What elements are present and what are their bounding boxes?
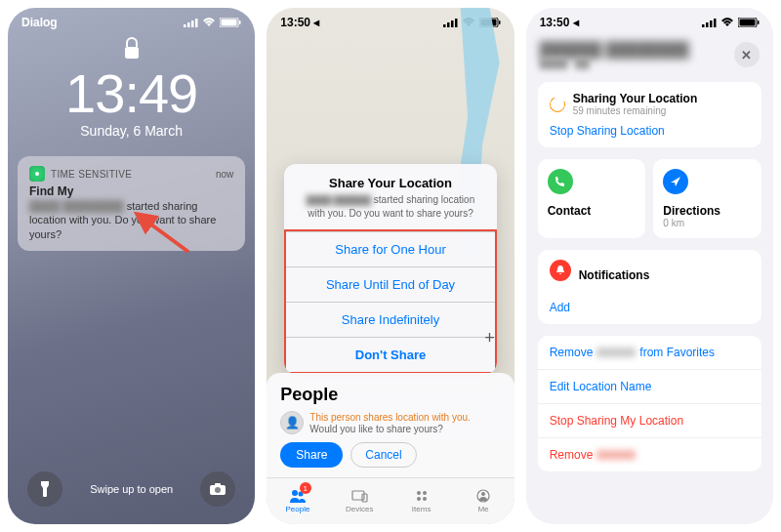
svg-rect-30 — [702, 24, 705, 27]
dont-share-button[interactable]: Don't Share — [286, 337, 494, 372]
findmy-share-dialog-screen: 13:50 ◂ Share Your Location ████ ██████ … — [267, 8, 514, 524]
svg-point-24 — [417, 491, 421, 495]
findmy-app-icon — [29, 166, 45, 182]
signal-icon — [702, 18, 717, 27]
signal-icon — [184, 18, 198, 27]
svg-rect-3 — [195, 19, 198, 27]
sharing-status-card: Sharing Your Location 59 minutes remaini… — [538, 82, 761, 147]
lock-time: 13:49 — [8, 66, 255, 121]
people-badge: 1 — [300, 482, 311, 494]
lockscreen: Dialog 13:49 Sunday, 6 March TIME SENSIT… — [8, 8, 255, 524]
svg-rect-36 — [758, 20, 760, 24]
sheet-line1: This person shares location with you. — [309, 411, 471, 424]
lock-date: Sunday, 6 March — [8, 123, 255, 139]
time-sensitive-label: TIME SENSITIVE — [51, 169, 132, 180]
directions-card[interactable]: Directions 0 km — [653, 159, 761, 238]
svg-rect-15 — [451, 20, 454, 27]
actions-list: Remove from Favorites Edit Location Name… — [538, 336, 761, 471]
bell-icon — [550, 260, 571, 281]
svg-rect-12 — [215, 483, 221, 486]
battery-icon — [738, 18, 760, 27]
notif-app-name: Find My — [29, 184, 233, 198]
svg-rect-33 — [714, 19, 717, 27]
dialog-options-highlight: Share for One Hour Share Until End of Da… — [284, 229, 496, 374]
sharing-remaining: 59 minutes remaining — [573, 105, 698, 116]
me-icon — [476, 489, 490, 503]
wifi-icon — [202, 18, 216, 27]
directions-label: Directions — [663, 204, 752, 218]
svg-rect-19 — [499, 20, 501, 24]
svg-rect-31 — [706, 22, 709, 27]
svg-rect-6 — [239, 20, 241, 24]
edit-location-name-link[interactable]: Edit Location Name — [538, 370, 761, 404]
sheet-line2: Would you like to share yours? — [309, 424, 471, 434]
share-button[interactable]: Share — [280, 442, 343, 468]
svg-point-25 — [423, 491, 427, 495]
status-indicators — [184, 18, 241, 27]
tab-bar: 1 People Devices Items Me — [267, 477, 514, 524]
remove-person-link[interactable]: Remove — [538, 438, 761, 471]
svg-point-26 — [417, 497, 421, 501]
time-label: 13:50 ◂ — [540, 16, 579, 29]
svg-point-27 — [423, 497, 427, 501]
items-icon — [415, 489, 429, 503]
tab-people[interactable]: 1 People — [267, 478, 328, 524]
wifi-icon — [720, 18, 734, 27]
notifications-title: Notifications — [579, 268, 650, 282]
share-end-of-day-button[interactable]: Share Until End of Day — [286, 266, 494, 302]
stop-sharing-link[interactable]: Stop Sharing Location — [550, 124, 750, 138]
directions-icon — [663, 169, 688, 194]
close-button[interactable]: ✕ — [734, 42, 760, 67]
status-bar: 13:50 ◂ — [526, 8, 773, 33]
cancel-button[interactable]: Cancel — [350, 442, 416, 468]
contact-icon — [548, 169, 573, 194]
timer-icon — [547, 94, 567, 114]
svg-point-8 — [35, 172, 39, 176]
tab-items[interactable]: Items — [390, 478, 452, 524]
svg-point-29 — [481, 492, 485, 496]
camera-button[interactable] — [200, 471, 235, 507]
annotation-arrow-icon — [125, 208, 193, 257]
svg-rect-2 — [191, 20, 194, 27]
flashlight-button[interactable] — [27, 471, 62, 507]
contact-card[interactable]: Contact — [538, 159, 646, 238]
devices-icon — [350, 489, 368, 503]
people-sheet: People 👤 This person shares location wit… — [267, 373, 514, 477]
tab-me[interactable]: Me — [452, 478, 514, 524]
person-avatar: 👤 — [280, 411, 304, 434]
person-name: ██████ ████████ — [540, 41, 726, 58]
svg-rect-13 — [443, 24, 446, 27]
carrier-label: Dialog — [21, 16, 58, 29]
svg-rect-7 — [125, 47, 139, 59]
add-notification-link[interactable]: Add — [550, 301, 750, 314]
person-detail-screen: 13:50 ◂ ██████ ████████ ████ · ██ ✕ Shar… — [526, 8, 773, 524]
svg-rect-1 — [187, 22, 190, 27]
status-bar: Dialog — [8, 8, 255, 33]
swipe-hint: Swipe up to open — [90, 483, 173, 495]
svg-point-11 — [215, 487, 221, 493]
remove-favorite-link[interactable]: Remove from Favorites — [538, 336, 761, 370]
svg-line-9 — [137, 214, 188, 252]
svg-rect-35 — [739, 20, 755, 26]
close-icon: ✕ — [741, 48, 752, 62]
dialog-title: Share Your Location — [300, 176, 480, 190]
flashlight-icon — [38, 480, 52, 498]
sheet-title: People — [280, 385, 500, 405]
camera-icon — [209, 482, 226, 496]
stop-sharing-my-location-link[interactable]: Stop Sharing My Location — [538, 404, 761, 438]
svg-rect-5 — [222, 20, 237, 26]
lock-icon — [8, 37, 255, 64]
person-location: ████ · ██ — [540, 58, 726, 68]
share-indefinitely-button[interactable]: Share Indefinitely — [286, 302, 494, 337]
svg-rect-14 — [447, 22, 450, 27]
svg-rect-0 — [184, 24, 186, 27]
add-person-button[interactable]: + — [484, 328, 495, 348]
sharing-title: Sharing Your Location — [573, 92, 698, 105]
share-one-hour-button[interactable]: Share for One Hour — [286, 231, 494, 266]
directions-distance: 0 km — [663, 218, 752, 228]
dialog-message: ████ ██████ started sharing location wit… — [300, 193, 480, 220]
contact-label: Contact — [548, 204, 637, 218]
battery-icon — [220, 18, 241, 27]
notif-time-ago: now — [216, 169, 233, 180]
tab-devices[interactable]: Devices — [329, 478, 390, 524]
